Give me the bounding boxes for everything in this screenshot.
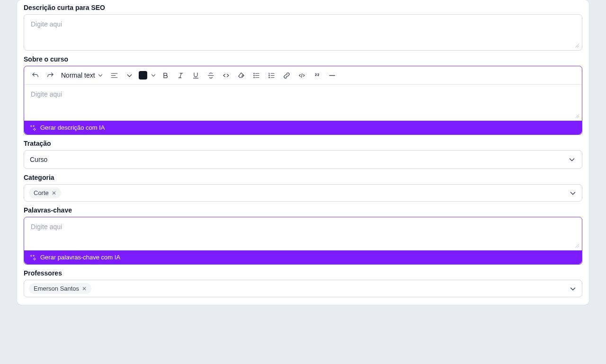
strikethrough-icon[interactable] xyxy=(205,69,217,81)
chevron-down-icon xyxy=(568,155,576,164)
bullet-list-icon[interactable] xyxy=(250,69,263,81)
about-textarea[interactable] xyxy=(24,85,582,119)
seo-textarea[interactable] xyxy=(24,15,582,49)
divider-icon[interactable] xyxy=(326,69,339,81)
seo-textarea-wrap xyxy=(24,14,582,51)
editor-toolbar: Normal text xyxy=(24,66,582,85)
remove-tag-icon[interactable]: ✕ xyxy=(52,190,56,196)
heading-select[interactable]: Normal text xyxy=(59,71,106,80)
generate-description-ai-button[interactable]: Gerar descrição com IA xyxy=(24,121,582,134)
tag-label: Emerson Santos xyxy=(34,285,79,292)
quote-icon[interactable] xyxy=(311,69,323,81)
ordered-list-icon[interactable] xyxy=(266,69,278,81)
link-icon[interactable] xyxy=(281,69,293,81)
redo-icon[interactable] xyxy=(44,69,56,81)
ai-banner-label: Gerar palavras-chave com IA xyxy=(40,254,120,261)
svg-point-2 xyxy=(254,77,255,78)
editor-body xyxy=(24,85,582,121)
tratacao-value: Curso xyxy=(30,156,47,163)
chevron-down-icon xyxy=(569,284,577,293)
professores-tags: Emerson Santos ✕ xyxy=(29,283,91,294)
professores-select[interactable]: Emerson Santos ✕ xyxy=(24,280,582,297)
chevron-down-icon xyxy=(569,189,577,197)
svg-point-1 xyxy=(254,75,255,76)
categoria-label: Categoria xyxy=(24,174,582,181)
categoria-tag: Corte ✕ xyxy=(29,187,61,198)
categoria-tags: Corte ✕ xyxy=(29,187,61,198)
italic-icon[interactable] xyxy=(175,69,187,81)
underline-icon[interactable] xyxy=(190,69,202,81)
categoria-select[interactable]: Corte ✕ xyxy=(24,184,582,202)
seo-label: Descrição curta para SEO xyxy=(24,4,582,11)
bold-icon[interactable] xyxy=(160,69,172,81)
align-icon[interactable] xyxy=(108,69,121,81)
tag-label: Corte xyxy=(34,189,49,196)
color-picker[interactable] xyxy=(139,71,157,80)
about-label: Sobre o curso xyxy=(24,55,582,63)
keywords-box: Gerar palavras-chave com IA xyxy=(24,217,582,265)
clear-format-icon[interactable] xyxy=(235,69,248,81)
tratacao-label: Tratação xyxy=(24,140,582,147)
professores-label: Professores xyxy=(24,269,582,277)
ai-banner-label: Gerar descrição com IA xyxy=(40,124,105,131)
generate-keywords-ai-button[interactable]: Gerar palavras-chave com IA xyxy=(24,250,582,264)
rich-editor: Normal text xyxy=(24,66,582,135)
keywords-textarea[interactable] xyxy=(24,217,582,248)
color-swatch-icon xyxy=(139,71,147,80)
tratacao-select[interactable]: Curso xyxy=(24,150,582,169)
heading-select-label: Normal text xyxy=(61,71,95,79)
svg-point-0 xyxy=(254,73,255,74)
code-icon[interactable] xyxy=(220,69,232,81)
undo-icon[interactable] xyxy=(29,69,41,81)
remove-tag-icon[interactable]: ✕ xyxy=(82,286,87,292)
keywords-label: Palavras-chave xyxy=(24,206,582,214)
codeblock-icon[interactable] xyxy=(296,69,308,81)
professor-tag: Emerson Santos ✕ xyxy=(29,283,91,294)
align-chevron-icon[interactable] xyxy=(124,69,136,81)
